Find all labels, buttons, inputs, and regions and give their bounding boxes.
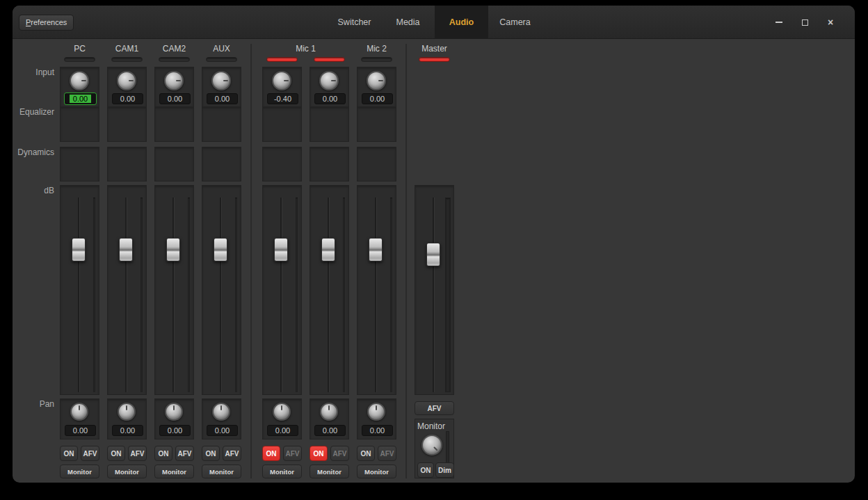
close-icon[interactable]: × [826, 17, 835, 27]
monitor-title: Monitor [415, 421, 447, 431]
input-gain-value[interactable]: 0.00 [65, 93, 96, 104]
monitor-button[interactable]: Monitor [107, 465, 147, 478]
dynamics-panel[interactable] [357, 147, 396, 182]
equalizer-panel[interactable] [357, 106, 396, 142]
maximize-icon[interactable] [800, 17, 810, 27]
afv-button[interactable]: AFV [330, 446, 349, 461]
dynamics-panel[interactable] [202, 147, 241, 182]
tab-media[interactable]: Media [381, 6, 435, 39]
fader-handle[interactable] [369, 238, 383, 261]
pan-panel: 0.00 [60, 398, 99, 439]
mixer-area: Input Equalizer Dynamics dB Pan PCCAM1CA… [13, 39, 855, 483]
dynamics-panel[interactable] [107, 147, 147, 182]
afv-button[interactable]: AFV [175, 446, 194, 461]
monitor-button[interactable]: Monitor [60, 465, 99, 478]
monitor-button[interactable]: Monitor [154, 465, 194, 478]
pan-value[interactable]: 0.00 [159, 425, 191, 436]
preferences-button[interactable]: Preferences [19, 15, 74, 31]
pan-knob[interactable] [118, 403, 136, 421]
equalizer-panel[interactable] [154, 106, 194, 142]
input-gain-value[interactable]: -0.40 [267, 93, 298, 104]
on-button[interactable]: ON [202, 446, 220, 461]
afv-button[interactable]: AFV [283, 446, 302, 461]
strip-master: Master AFV Monitor ON Dim [415, 44, 454, 482]
master-afv-button[interactable]: AFV [415, 401, 454, 415]
input-gain-knob[interactable] [319, 71, 339, 90]
on-button[interactable]: ON [310, 446, 328, 461]
equalizer-panel[interactable] [202, 106, 241, 142]
tab-switcher[interactable]: Switcher [328, 6, 381, 39]
input-gain-knob[interactable] [117, 71, 136, 90]
equalizer-panel[interactable] [60, 106, 99, 142]
fader-handle[interactable] [274, 238, 288, 261]
input-gain-value[interactable]: 0.00 [314, 93, 346, 104]
pan-knob[interactable] [367, 403, 385, 421]
dynamics-panel[interactable] [262, 147, 302, 182]
input-gain-knob[interactable] [70, 71, 89, 90]
fader-track [220, 197, 221, 392]
pan-knob[interactable] [273, 403, 291, 421]
fader-handle[interactable] [119, 238, 133, 261]
fader-track [125, 197, 127, 392]
tab-audio[interactable]: Audio [435, 6, 488, 39]
input-panel: 0.00 [107, 67, 147, 107]
on-button[interactable]: ON [262, 446, 280, 461]
pan-value[interactable]: 0.00 [112, 425, 143, 436]
equalizer-panel[interactable] [107, 106, 147, 142]
pan-knob[interactable] [320, 403, 338, 421]
monitor-button[interactable]: Monitor [262, 465, 302, 478]
pan-knob[interactable] [70, 403, 88, 421]
pan-value[interactable]: 0.00 [65, 425, 96, 436]
fader-handle[interactable] [321, 238, 335, 261]
titlebar: Preferences SwitcherMediaAudioCamera × [13, 6, 855, 39]
pan-value[interactable]: 0.00 [314, 425, 346, 436]
on-button[interactable]: ON [60, 446, 78, 461]
fader-handle[interactable] [214, 238, 227, 261]
input-gain-value[interactable]: 0.00 [159, 93, 191, 104]
input-gain-knob[interactable] [164, 71, 184, 90]
monitor-on-button[interactable]: ON [417, 462, 434, 478]
on-button[interactable]: ON [154, 446, 172, 461]
on-button[interactable]: ON [357, 446, 375, 461]
input-gain-value[interactable]: 0.00 [207, 93, 238, 104]
tab-camera[interactable]: Camera [488, 6, 542, 39]
equalizer-panel[interactable] [310, 106, 349, 142]
input-gain-knob[interactable] [211, 71, 231, 90]
monitor-button[interactable]: Monitor [202, 465, 241, 478]
afv-button[interactable]: AFV [81, 446, 99, 461]
afv-button[interactable]: AFV [128, 446, 147, 461]
pan-knob[interactable] [165, 403, 183, 421]
dynamics-panel[interactable] [154, 147, 194, 182]
dynamics-panel[interactable] [310, 147, 349, 182]
minimize-icon[interactable] [774, 17, 784, 27]
fader-handle[interactable] [72, 238, 86, 261]
input-gain-value[interactable]: 0.00 [112, 93, 143, 104]
meter-track [390, 197, 392, 392]
monitor-button[interactable]: Monitor [310, 465, 349, 478]
monitor-volume-knob[interactable] [421, 435, 442, 455]
afv-button[interactable]: AFV [378, 446, 396, 461]
monitor-dim-button[interactable]: Dim [435, 462, 454, 478]
input-panel: -0.40 [262, 67, 302, 107]
pan-value[interactable]: 0.00 [267, 425, 298, 436]
master-fader-handle[interactable] [426, 243, 440, 266]
fader-handle[interactable] [166, 238, 180, 261]
pan-knob[interactable] [212, 403, 230, 421]
on-button[interactable]: ON [107, 446, 125, 461]
pan-panel: 0.00 [202, 398, 241, 439]
input-gain-value[interactable]: 0.00 [362, 93, 393, 104]
pan-value[interactable]: 0.00 [362, 425, 393, 436]
input-gain-knob[interactable] [272, 71, 291, 90]
input-panel: 0.00 [202, 67, 241, 107]
afv-button[interactable]: AFV [223, 446, 241, 461]
input-gain-knob[interactable] [367, 71, 386, 90]
dynamics-panel[interactable] [60, 147, 99, 182]
monitor-button[interactable]: Monitor [357, 465, 396, 478]
audio-level-meter [266, 57, 298, 62]
strip-2-cam2: 0.000.00ONAFVMonitor [154, 44, 194, 482]
equalizer-panel[interactable] [262, 106, 302, 142]
pan-panel: 0.00 [310, 398, 349, 439]
strip-1-cam1: 0.000.00ONAFVMonitor [107, 44, 147, 482]
pan-value[interactable]: 0.00 [207, 425, 238, 436]
input-panel: 0.00 [310, 67, 349, 107]
